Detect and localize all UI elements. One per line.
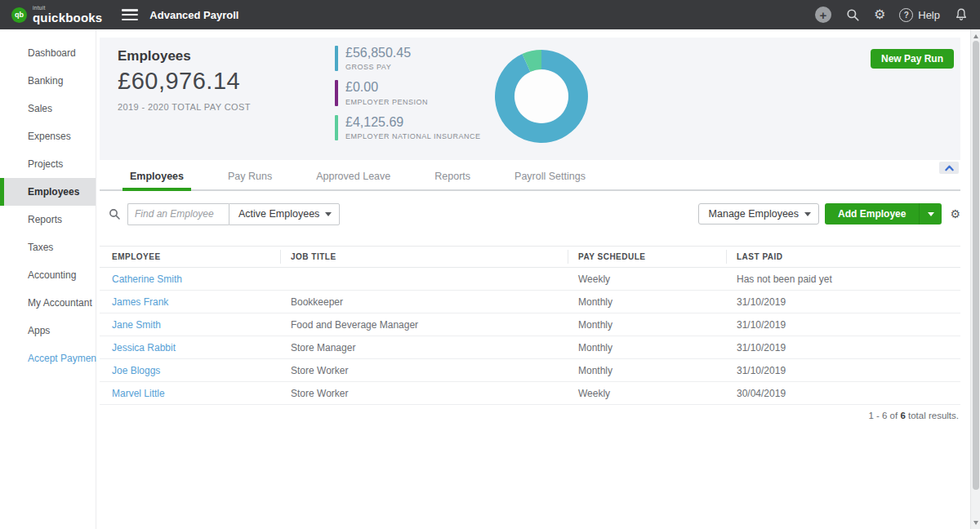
- sidebar-item-apps[interactable]: Apps: [0, 317, 96, 345]
- sidebar-item-accounting[interactable]: Accounting: [0, 261, 96, 289]
- search-icon[interactable]: [845, 7, 860, 22]
- last-paid-cell: 31/10/2019: [727, 296, 960, 308]
- sidebar-item-label: Reports: [28, 214, 62, 225]
- quickbooks-logo[interactable]: qb intuit quickbooks: [0, 6, 102, 24]
- sidebar: DashboardBankingSalesExpensesProjectsEmp…: [0, 29, 96, 529]
- help-menu[interactable]: ? Help: [899, 8, 940, 22]
- vertical-scrollbar[interactable]: [970, 29, 980, 529]
- pay-cost-donut-chart: [492, 47, 590, 145]
- notifications-bell-icon[interactable]: [954, 7, 969, 22]
- quick-create-plus-icon[interactable]: +: [815, 7, 831, 23]
- column-header-job-title: JOB TITLE: [281, 250, 568, 264]
- employee-filter-dropdown[interactable]: Active Employees: [229, 203, 340, 225]
- sidebar-item-label: Projects: [28, 158, 63, 170]
- employee-name-link[interactable]: Marvel Little: [112, 388, 165, 399]
- stat-value: £4,125.69: [345, 115, 481, 130]
- manage-employees-dropdown[interactable]: Manage Employees: [698, 203, 819, 224]
- table-row[interactable]: James FrankBookkeeperMonthly31/10/2019: [100, 291, 960, 313]
- stat-gross-pay: £56,850.45GROSS PAY: [335, 46, 481, 71]
- sidebar-item-banking[interactable]: Banking: [0, 67, 96, 95]
- job-title-cell: Bookkeeper: [281, 296, 568, 308]
- add-employee-split-button: Add Employee: [825, 203, 942, 224]
- payroll-summary-card: Employees £60,976.14 2019 - 2020 TOTAL P…: [100, 38, 960, 160]
- table-row[interactable]: Joe BloggsStore WorkerMonthly31/10/2019: [100, 359, 960, 382]
- job-title-cell: Food and Beverage Manager: [281, 319, 568, 331]
- sidebar-item-label: Expenses: [28, 131, 71, 142]
- find-employee-input[interactable]: [127, 203, 229, 225]
- tab-reports[interactable]: Reports: [427, 171, 478, 189]
- section-tabs: EmployeesPay RunsApproved LeaveReportsPa…: [100, 167, 960, 191]
- pay-schedule-cell: Monthly: [568, 319, 727, 331]
- table-settings-gear-icon[interactable]: ⚙: [950, 208, 960, 220]
- results-summary: 1 - 6 of 6 total results.: [100, 405, 960, 420]
- sidebar-item-taxes[interactable]: Taxes: [0, 233, 96, 261]
- total-pay-cost-value: £60,976.14: [118, 68, 251, 95]
- sidebar-item-my-accountant[interactable]: My Accountant: [0, 289, 96, 317]
- sidebar-item-accept-payments[interactable]: Accept Payments: [0, 345, 96, 372]
- tab-approved-leave[interactable]: Approved Leave: [309, 171, 398, 189]
- sidebar-item-projects[interactable]: Projects: [0, 150, 96, 178]
- help-icon: ?: [899, 8, 913, 22]
- last-paid-cell: 30/04/2019: [727, 388, 960, 399]
- stat-value: £56,850.45: [345, 46, 411, 60]
- table-row[interactable]: Jane SmithFood and Beverage ManagerMonth…: [100, 313, 960, 336]
- table-row[interactable]: Marvel LittleStore WorkerWeekly30/04/201…: [100, 382, 960, 405]
- sidebar-item-label: Sales: [28, 103, 52, 114]
- column-header-last-paid: LAST PAID: [727, 250, 960, 264]
- stat-color-bar: [335, 115, 338, 140]
- sidebar-item-label: Banking: [28, 75, 63, 87]
- sidebar-item-employees[interactable]: Employees: [0, 178, 96, 206]
- employee-name-link[interactable]: James Frank: [112, 296, 168, 308]
- top-bar: qb intuit quickbooks Advanced Payroll + …: [0, 0, 980, 29]
- add-employee-button[interactable]: Add Employee: [825, 203, 919, 224]
- stat-label: GROSS PAY: [345, 63, 411, 71]
- sidebar-item-label: Accounting: [28, 269, 76, 281]
- last-paid-cell: 31/10/2019: [727, 319, 960, 331]
- active-indicator: [0, 178, 4, 206]
- sidebar-item-sales[interactable]: Sales: [0, 95, 96, 122]
- hamburger-menu-icon[interactable]: [122, 9, 138, 20]
- help-label: Help: [918, 9, 940, 21]
- sidebar-item-dashboard[interactable]: Dashboard: [0, 39, 96, 67]
- table-row[interactable]: Catherine SmithWeeklyHas not been paid y…: [100, 268, 960, 291]
- employee-name-link[interactable]: Jessica Rabbit: [112, 342, 176, 353]
- new-pay-run-button[interactable]: New Pay Run: [871, 49, 954, 69]
- scrollbar-up-arrow-icon[interactable]: [971, 31, 980, 41]
- main-content: Employees £60,976.14 2019 - 2020 TOTAL P…: [96, 29, 970, 529]
- scrollbar-thumb[interactable]: [973, 41, 979, 490]
- employee-name-link[interactable]: Joe Bloggs: [112, 365, 160, 376]
- last-paid-cell: 31/10/2019: [727, 342, 960, 353]
- tab-employees[interactable]: Employees: [122, 171, 191, 189]
- add-employee-caret-button[interactable]: [919, 203, 942, 224]
- employee-name-link[interactable]: Catherine Smith: [112, 273, 182, 285]
- settings-gear-icon[interactable]: ⚙: [874, 8, 885, 21]
- pay-schedule-cell: Weekly: [568, 388, 727, 399]
- job-title-cell: Store Worker: [281, 388, 568, 399]
- sidebar-item-label: Employees: [28, 186, 79, 198]
- stat-color-bar: [335, 80, 338, 105]
- sidebar-item-label: Apps: [28, 325, 50, 336]
- job-title-cell: Store Manager: [281, 342, 568, 353]
- table-header-row: EMPLOYEEJOB TITLEPAY SCHEDULELAST PAID: [100, 246, 960, 268]
- stat-value: £0.00: [345, 80, 428, 95]
- table-row[interactable]: Jessica RabbitStore ManagerMonthly31/10/…: [100, 336, 960, 359]
- sidebar-item-label: Taxes: [28, 242, 53, 253]
- sidebar-item-label: My Accountant: [28, 297, 92, 309]
- stat-label: EMPLOYER NATIONAL INSURANCE: [345, 132, 481, 140]
- column-header-pay-schedule: PAY SCHEDULE: [568, 250, 727, 264]
- page-title: Advanced Payroll: [149, 9, 238, 21]
- employee-name-link[interactable]: Jane Smith: [112, 319, 161, 331]
- job-title-cell: Store Worker: [281, 365, 568, 376]
- stat-employer-national-insurance: £4,125.69EMPLOYER NATIONAL INSURANCE: [335, 115, 481, 140]
- sidebar-item-reports[interactable]: Reports: [0, 206, 96, 233]
- scrollbar-down-arrow-icon[interactable]: [971, 518, 980, 527]
- sidebar-item-label: Accept Payments: [28, 353, 104, 364]
- tab-pay-runs[interactable]: Pay Runs: [220, 171, 279, 189]
- sidebar-item-expenses[interactable]: Expenses: [0, 122, 96, 150]
- donut-hole: [514, 69, 568, 122]
- last-paid-cell: 31/10/2019: [727, 365, 960, 376]
- tab-payroll-settings[interactable]: Payroll Settings: [507, 171, 593, 189]
- pay-schedule-cell: Monthly: [568, 296, 727, 308]
- pay-schedule-cell: Monthly: [568, 342, 727, 353]
- stat-employer-pension: £0.00EMPLOYER PENSION: [335, 80, 481, 105]
